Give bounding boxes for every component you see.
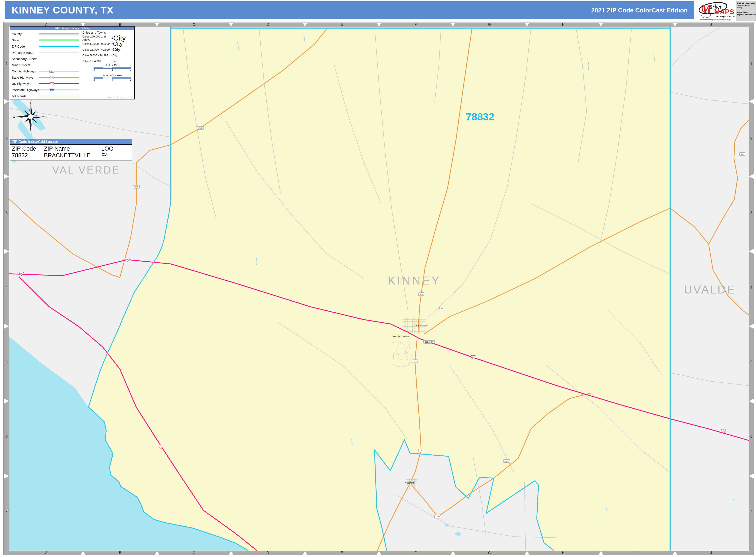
zip-col-header: ZIP Code [12, 145, 44, 152]
city-class-label: Cities 5,000 - 24,999 [83, 54, 112, 57]
county-highway-shield-icon: 123 [50, 70, 54, 72]
scale-miles: Scale in Miles 012 [94, 64, 131, 71]
city-class-label: Cities 1 - 4,999 [83, 60, 112, 63]
zip-code-cell: 78832 [12, 152, 44, 159]
legend-cities-column: Cities and Towns Cities 100,000 and Abov… [81, 30, 134, 99]
county-label-val-verde: VAL VERDE [52, 164, 120, 176]
state-2523-shield: 2523 [198, 127, 202, 129]
zip-index-table: ZIP Code ZIP Name LOC 78832 BRACKETTVILL… [10, 144, 132, 160]
state-131-shield: 131 [420, 450, 423, 451]
interstate-shield-icon: 123 [50, 88, 54, 91]
svg-text:F: F [414, 551, 417, 555]
legend-layer-label: Secondary Streets [12, 57, 39, 61]
legend-copyright: 2021 © Intelligent Direct, Inc., Middlet… [107, 97, 133, 98]
svg-text:6: 6 [6, 435, 8, 438]
legend-layer-label: Toll Roads [12, 94, 39, 98]
state-1572-shield: 1572 [436, 516, 440, 518]
legend-layer-label: State [12, 38, 39, 42]
county-label-kinney: KINNEY [387, 274, 441, 287]
svg-text:B: B [119, 551, 121, 555]
zip-col-header: LOC [101, 145, 130, 152]
zip-line-swatch [39, 45, 79, 48]
svg-text:2: 2 [750, 137, 752, 140]
zip-index-header-row: ZIP Code ZIP Name LOC [12, 145, 130, 152]
scale-bars: Scale in Miles 012 Scale in Kilometers 0… [94, 64, 131, 84]
state-1572-shield: 1572 [505, 460, 508, 462]
legend-layer-label: ZIP Code [12, 45, 39, 48]
interstate-highway-swatch: 123 [39, 89, 79, 91]
legend-layer-label: County [12, 32, 39, 36]
us-90-shield: 90 [126, 259, 128, 261]
us-highway-shield-icon: 123 [50, 83, 54, 85]
svg-text:G: G [488, 23, 491, 26]
minor-street-swatch [39, 64, 79, 66]
legend-layer-label: US Highways [12, 82, 39, 86]
svg-text:5: 5 [750, 360, 752, 364]
svg-text:A: A [45, 551, 48, 555]
loop-166-shield: 166-LOOP [425, 341, 433, 343]
svg-text:D: D [266, 551, 269, 555]
scale-kilometers: Scale in Kilometers 024 [94, 74, 131, 81]
svg-text:7: 7 [6, 509, 8, 513]
svg-text:4: 4 [6, 286, 8, 289]
town-label-brackettville: Brackettville [417, 325, 428, 327]
svg-text:E: E [341, 23, 343, 26]
state-2523-shield: 2523 [134, 186, 138, 188]
svg-text:6: 6 [750, 435, 752, 438]
legend-title: 2021 Kinney County, TX Map [10, 27, 134, 30]
city-sample-50k: City [112, 40, 123, 47]
us-90-shield: 90 [723, 430, 725, 432]
svg-text:C: C [193, 551, 195, 555]
legend-layer-list: County State ZIP Code Primary Streets Se… [10, 30, 81, 99]
state-674-shield: 674 [420, 293, 423, 295]
legend-layer-label: County Highways [12, 70, 39, 73]
scale-miles-bar [94, 67, 131, 68]
svg-text:5: 5 [6, 360, 8, 364]
zip-index-data-row: 78832 BRACKETTVILLE F4 [12, 152, 130, 159]
city-class-label: Cities 25,000 - 49,999 [83, 48, 112, 51]
zip-code-index: ZIP Code Index/Grid Locator ZIP Code ZIP… [10, 139, 132, 160]
page: KINNEY COUNTY, TX 2021 ZIP Code ColorCas… [0, 0, 756, 557]
zip-loc-cell: F4 [101, 152, 130, 159]
svg-text:G: G [488, 551, 491, 555]
legend-layer-label: Primary Streets [12, 51, 39, 54]
svg-text:B: B [119, 23, 121, 26]
us-highway-swatch: 123 [39, 83, 79, 85]
compass-e-label: E [46, 115, 49, 118]
state-334-shield: 334 [441, 308, 444, 310]
svg-text:E: E [341, 551, 343, 555]
town-label-fort-clark-springs: Fort Clark Springs [393, 335, 409, 338]
svg-text:A: A [45, 23, 48, 26]
svg-text:3: 3 [6, 211, 8, 215]
svg-text:4: 4 [750, 286, 752, 289]
svg-text:1: 1 [750, 62, 752, 65]
svg-text:J: J [710, 551, 712, 555]
city-sample-1k: City [112, 60, 116, 62]
brackettville-dot [416, 325, 417, 326]
legend-layer-label: Interstate Highways [12, 88, 39, 92]
us-90-shield: 90 [21, 273, 23, 275]
spofford-dot [405, 482, 406, 483]
zip-code-label-78832: 78832 [466, 111, 494, 122]
svg-text:3: 3 [750, 211, 752, 215]
compass-s-label: S [30, 131, 32, 135]
state-131-shield: 131 [413, 360, 416, 362]
svg-text:H: H [562, 23, 565, 26]
state-55-shield: 55 [742, 153, 744, 155]
zip-index-title: ZIP Code Index/Grid Locator [10, 139, 132, 144]
toll-road-swatch [39, 95, 79, 97]
scale-km-bar [94, 77, 131, 79]
us-90-shield: 90 [472, 356, 474, 358]
county-line-swatch [39, 33, 79, 35]
state-highway-swatch: 123 [39, 76, 79, 79]
town-label-spofford: Spofford [407, 482, 414, 484]
zip-col-header: ZIP Name [44, 145, 101, 152]
secondary-street-swatch [39, 58, 79, 60]
city-sample-25k: City [112, 47, 120, 52]
city-class-label: Cities 50,000 - 99,999 [83, 42, 112, 46]
county-label-uvalde: UVALDE [684, 283, 736, 296]
svg-text:D: D [266, 23, 269, 26]
svg-text:H: H [562, 551, 565, 555]
city-sample-5k: City [112, 54, 117, 57]
zip-name-cell: BRACKETTVILLE [44, 152, 101, 159]
